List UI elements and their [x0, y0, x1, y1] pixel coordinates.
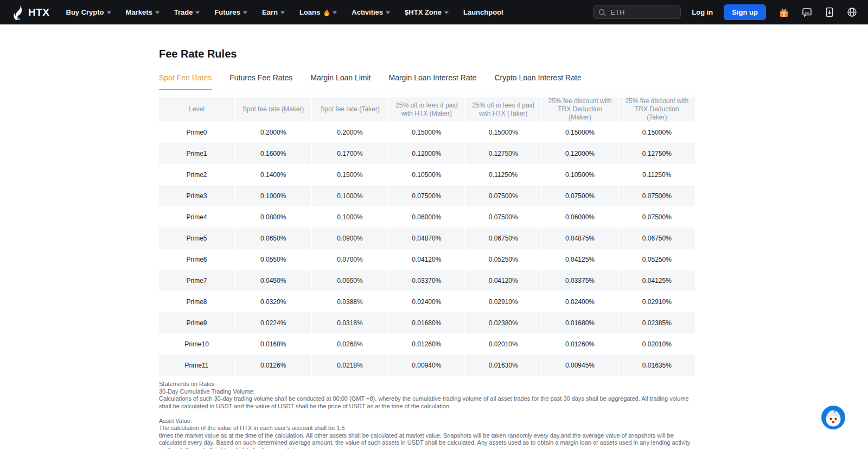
table-row-prime7: Prime70.0450%0.0550%0.03370%0.04120%0.03…: [159, 270, 695, 291]
fee-value-cell: 0.0320%: [235, 291, 311, 312]
nav-item-trade[interactable]: Trade: [174, 8, 200, 16]
table-row-prime6: Prime60.0550%0.0700%0.04120%0.05250%0.04…: [159, 249, 695, 270]
fee-value-cell: 0.1400%: [235, 164, 311, 185]
tab-margin-loan-limit[interactable]: Margin Loan Limit: [310, 73, 371, 90]
column-header-25-fee-discount-with-trx-deduction-maker: 25% fee discount with TRX Deduction (Mak…: [541, 97, 618, 122]
fee-value-cell: 0.02910%: [465, 291, 541, 312]
chevron-down-icon: [107, 11, 111, 14]
fee-value-cell: 0.0800%: [235, 206, 311, 227]
fee-value-cell: 0.03370%: [388, 270, 465, 291]
table-row-prime5: Prime50.0650%0.0900%0.04870%0.06750%0.04…: [159, 227, 695, 249]
nav-item-futures[interactable]: Futures: [214, 8, 247, 16]
fee-value-cell: 0.15000%: [388, 122, 465, 143]
chevron-down-icon: [444, 11, 449, 14]
table-row-prime11: Prime110.0126%0.0218%0.00940%0.01630%0.0…: [159, 355, 695, 376]
fee-value-cell: 0.06750%: [465, 227, 541, 249]
level-cell: Prime6: [159, 249, 235, 270]
table-row-prime0: Prime00.2000%0.2000%0.15000%0.15000%0.15…: [159, 122, 695, 143]
top-navigation-bar: HTX Buy CryptoMarketsTradeFuturesEarnLoa…: [0, 0, 868, 24]
support-chat-icon[interactable]: [802, 7, 812, 17]
table-row-prime8: Prime80.0320%0.0388%0.02400%0.02910%0.02…: [159, 291, 695, 312]
fee-value-cell: 0.15000%: [618, 122, 695, 143]
fee-table-body: Prime00.2000%0.2000%0.15000%0.15000%0.15…: [159, 122, 695, 376]
fee-value-cell: 0.10500%: [541, 164, 618, 185]
level-cell: Prime11: [159, 355, 235, 376]
fee-value-cell: 0.2000%: [235, 122, 311, 143]
fee-value-cell: 0.1000%: [235, 185, 311, 206]
fee-value-cell: 0.06000%: [388, 206, 465, 227]
brand-name: HTX: [28, 7, 50, 18]
rate-statements: Statements on Rates30-Day Cumulative Tra…: [159, 381, 695, 449]
fee-value-cell: 0.06750%: [618, 227, 695, 249]
chevron-down-icon: [243, 11, 247, 14]
nav-item-launchpool[interactable]: Launchpool: [463, 8, 503, 16]
support-chat-mascot[interactable]: [821, 405, 846, 430]
level-cell: Prime7: [159, 270, 235, 291]
nav-item-markets[interactable]: Markets: [126, 8, 159, 16]
fee-value-cell: 0.1500%: [311, 164, 388, 185]
statement-line: 30-Day Cumulative Trading Volume:: [159, 388, 695, 396]
nav-item-buy-crypto[interactable]: Buy Crypto: [66, 8, 111, 16]
column-header-25-off-in-fees-if-paid-with-htx-taker: 25% off in fees if paid with HTX (Taker): [465, 97, 541, 122]
fee-value-cell: 0.07500%: [465, 206, 541, 227]
level-cell: Prime5: [159, 227, 235, 249]
fee-value-cell: 0.04125%: [618, 270, 695, 291]
fee-rate-table: LevelSpot fee rate (Maker)Spot fee rate …: [159, 97, 695, 376]
fee-value-cell: 0.01260%: [388, 333, 465, 355]
signup-button[interactable]: Sign up: [724, 4, 766, 20]
tab-futures-fee-rates[interactable]: Futures Fee Rates: [229, 73, 292, 90]
fee-value-cell: 0.00945%: [541, 355, 618, 376]
fee-value-cell: 0.02010%: [465, 333, 541, 355]
fee-value-cell: 0.10500%: [388, 164, 465, 185]
fee-value-cell: 0.07500%: [465, 185, 541, 206]
fee-value-cell: 0.0268%: [311, 333, 388, 355]
app-download-icon[interactable]: [825, 7, 834, 17]
table-row-prime4: Prime40.0800%0.1000%0.06000%0.07500%0.06…: [159, 206, 695, 227]
language-globe-icon[interactable]: [847, 7, 857, 17]
tab-margin-loan-interest-rate[interactable]: Margin Loan Interest Rate: [389, 73, 477, 90]
rewards-gift-icon[interactable]: [778, 7, 789, 18]
nav-item-loans[interactable]: Loans: [299, 8, 337, 16]
nav-item-activities[interactable]: Activities: [352, 8, 390, 16]
level-cell: Prime0: [159, 122, 235, 143]
level-cell: Prime2: [159, 164, 235, 185]
chevron-down-icon: [195, 11, 200, 14]
fee-value-cell: 0.12000%: [541, 143, 618, 164]
fee-value-cell: 0.0168%: [235, 333, 311, 355]
fee-value-cell: 0.02400%: [388, 291, 465, 312]
nav-item-htx-zone[interactable]: $HTX Zone: [405, 8, 449, 16]
fee-value-cell: 0.02910%: [618, 291, 695, 312]
fee-value-cell: 0.11250%: [618, 164, 695, 185]
tab-crypto-loan-interest-rate[interactable]: Crypto Loan Interest Rate: [494, 73, 581, 90]
fee-value-cell: 0.05250%: [465, 249, 541, 270]
level-cell: Prime8: [159, 291, 235, 312]
chevron-down-icon: [155, 11, 159, 14]
nav-item-label: Markets: [126, 8, 152, 16]
login-link[interactable]: Log in: [692, 8, 713, 16]
level-cell: Prime3: [159, 185, 235, 206]
htx-logo[interactable]: HTX: [13, 5, 50, 20]
column-header-level: Level: [159, 97, 235, 122]
fee-value-cell: 0.02400%: [541, 291, 618, 312]
chevron-down-icon: [280, 11, 285, 14]
fee-value-cell: 0.15000%: [541, 122, 618, 143]
search-box[interactable]: [593, 5, 681, 19]
level-cell: Prime4: [159, 206, 235, 227]
fee-value-cell: 0.2000%: [311, 122, 388, 143]
search-input[interactable]: [610, 8, 675, 16]
fee-value-cell: 0.04120%: [465, 270, 541, 291]
statement-line: The calculation of the value of HTX in e…: [159, 425, 695, 432]
fee-value-cell: 0.0218%: [311, 355, 388, 376]
fee-value-cell: 0.1000%: [311, 185, 388, 206]
fee-value-cell: 0.15000%: [465, 122, 541, 143]
fee-value-cell: 0.07500%: [618, 206, 695, 227]
fee-value-cell: 0.0126%: [235, 355, 311, 376]
statement-line: Statements on Rates: [159, 381, 695, 388]
nav-item-earn[interactable]: Earn: [262, 8, 285, 16]
tab-spot-fee-rates[interactable]: Spot Fee Rates: [159, 73, 212, 90]
nav-item-label: Futures: [214, 8, 240, 16]
fee-value-cell: 0.07500%: [541, 185, 618, 206]
fee-value-cell: 0.04875%: [541, 227, 618, 249]
statement-line: Asset Value:: [159, 418, 695, 425]
statement-line: Calculations of such 30-day trading volu…: [159, 395, 695, 410]
